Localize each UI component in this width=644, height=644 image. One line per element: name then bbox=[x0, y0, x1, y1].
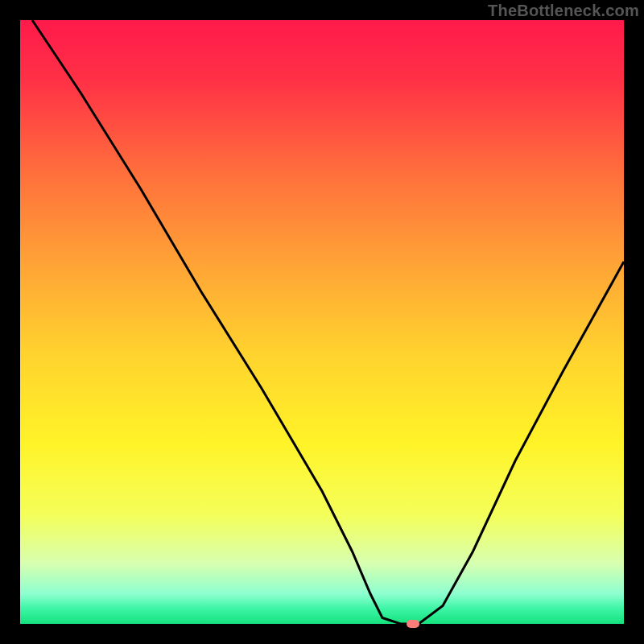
chart-frame bbox=[20, 20, 624, 624]
optimal-point-marker bbox=[407, 620, 419, 628]
watermark-text: TheBottleneck.com bbox=[488, 2, 639, 20]
bottleneck-chart bbox=[20, 20, 624, 624]
chart-background bbox=[20, 20, 624, 624]
